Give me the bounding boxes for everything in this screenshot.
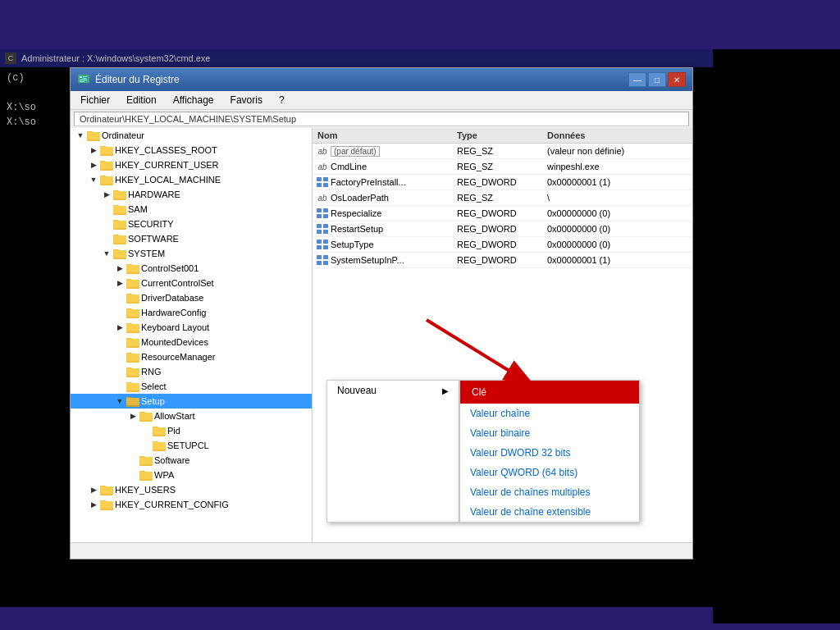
nouveau-menu-item[interactable]: Nouveau ▶ [327, 381, 459, 400]
tree-item-security[interactable]: ▶ SECURITY [71, 217, 312, 231]
tree-item-resourcemanager[interactable]: ▶ ResourceManager [71, 349, 312, 364]
tree-item-rng[interactable]: ▶ RNG [71, 364, 312, 379]
tree-item-ordinateur[interactable]: ▼ Ordinateur [71, 128, 312, 143]
svg-rect-98 [317, 245, 322, 249]
tree-item-controlset001[interactable]: ▶ ControlSet001 [71, 261, 312, 276]
tree-item-classes-root[interactable]: ▶ HKEY_CLASSES_ROOT [71, 143, 312, 158]
value-data-restartsetup: 0x00000000 (0) [542, 223, 692, 235]
expander-hkey-users: ▶ [87, 483, 100, 496]
folder-icon-wpa [139, 469, 153, 481]
tree-item-keyboard-layout[interactable]: ▶ Keyboard Layout [71, 320, 312, 335]
tree-label-hardwareconfig: HardwareConfig [141, 308, 206, 317]
folder-icon-security [113, 218, 126, 230]
value-type-osloaderpath: REG_SZ [452, 192, 542, 203]
value-row-default[interactable]: ab (par défaut) REG_SZ (valeur non défin… [313, 144, 692, 159]
expander-controlset001: ▶ [113, 262, 126, 275]
tree-label-currentcontrolset: CurrentControlSet [141, 278, 214, 288]
svg-rect-90 [317, 214, 322, 218]
svg-rect-29 [113, 235, 126, 243]
svg-rect-74 [139, 457, 153, 464]
tree-item-current-user[interactable]: ▶ HKEY_CURRENT_USER [71, 158, 312, 172]
tree-item-hardwareconfig[interactable]: ▶ HardwareConfig [71, 305, 312, 320]
tree-item-select[interactable]: ▶ Select [71, 379, 312, 394]
value-row-setuptype[interactable]: SetupType REG_DWORD 0x00000000 (0) [313, 237, 692, 253]
tree-item-currentcontrolset[interactable]: ▶ CurrentControlSet [71, 276, 312, 290]
submenu-item-valeur-chaine-extensible[interactable]: Valeur de chaîne extensible [460, 502, 639, 522]
svg-rect-83 [100, 501, 113, 509]
value-type-factorypre: REG_DWORD [452, 176, 542, 188]
tree-item-allowstart[interactable]: ▶ AllowStart [71, 409, 312, 423]
submenu-item-cle[interactable]: Clé [460, 381, 639, 404]
tree-item-software-hklm[interactable]: ▶ SOFTWARE [71, 231, 312, 246]
cmd-icon: C [5, 52, 16, 64]
svg-rect-5 [80, 81, 84, 82]
expander-hardware: ▶ [100, 188, 113, 201]
tree-item-setupcl[interactable]: ▶ SETUPCL [71, 438, 312, 453]
submenu-item-valeur-chaines-multiples[interactable]: Valeur de chaînes multiples [460, 482, 639, 502]
svg-rect-77 [139, 472, 153, 479]
folder-icon-hkey-current-config [100, 499, 113, 510]
menu-fichier[interactable]: Fichier [74, 93, 116, 107]
svg-rect-102 [317, 261, 322, 265]
svg-rect-84 [317, 177, 322, 181]
tree-item-wpa[interactable]: ▶ WPA [71, 468, 312, 482]
tree-panel: ▼ Ordinateur ▶ HKEY_CLASSES_ROOT [71, 128, 313, 542]
tree-label-hardware: HARDWARE [128, 189, 180, 199]
value-type-systemsetup: REG_DWORD [452, 254, 542, 266]
folder-icon-allowstart [139, 410, 153, 422]
tree-label-rng: RNG [141, 367, 161, 377]
svg-rect-23 [113, 206, 126, 213]
value-data-factorypre: 0x00000001 (1) [542, 176, 692, 188]
tree-item-hkey-users[interactable]: ▶ HKEY_USERS [71, 482, 312, 497]
nouveau-arrow-icon: ▶ [442, 386, 449, 395]
expander-system: ▼ [100, 247, 113, 260]
expander-classes-root: ▶ [87, 144, 100, 157]
value-row-cmdline[interactable]: ab CmdLine REG_SZ winpeshl.exe [313, 159, 692, 175]
tree-item-hkey-current-config[interactable]: ▶ HKEY_CURRENT_CONFIG [71, 497, 312, 512]
submenu-item-valeur-qword[interactable]: Valeur QWORD (64 bits) [460, 463, 639, 482]
svg-rect-35 [126, 265, 139, 272]
close-button[interactable]: ✕ [668, 72, 686, 87]
submenu-item-valeur-binaire[interactable]: Valeur binaire [460, 423, 639, 443]
value-icon-osloaderpath: ab [316, 192, 329, 203]
tree-item-local-machine[interactable]: ▼ HKEY_LOCAL_MACHINE [71, 172, 312, 187]
tree-item-software[interactable]: ▶ Software [71, 453, 312, 468]
value-row-osloaderpath[interactable]: ab OsLoaderPath REG_SZ \ [313, 190, 692, 206]
value-row-factorypre[interactable]: FactoryPreInstall... REG_DWORD 0x0000000… [313, 175, 692, 190]
svg-rect-47 [126, 324, 139, 331]
menu-favoris[interactable]: Favoris [224, 93, 269, 107]
tree-item-hardware[interactable]: ▶ HARDWARE [71, 187, 312, 202]
svg-rect-3 [83, 78, 86, 79]
value-icon-cmdline: ab [316, 161, 329, 172]
tree-label-current-user: HKEY_CURRENT_USER [115, 160, 219, 170]
value-data-cmdline: winpeshl.exe [542, 161, 692, 172]
tree-item-pid[interactable]: ▶ Pid [71, 423, 312, 438]
tree-label-select: Select [141, 381, 167, 391]
svg-rect-1 [80, 76, 82, 78]
svg-rect-11 [100, 147, 113, 154]
menu-affichage[interactable]: Affichage [167, 93, 221, 107]
tree-item-driverdatabase[interactable]: ▶ DriverDatabase [71, 290, 312, 305]
svg-rect-68 [153, 427, 166, 435]
svg-rect-17 [100, 176, 113, 184]
maximize-button[interactable]: □ [648, 72, 666, 87]
value-row-respecialize[interactable]: Respecialize REG_DWORD 0x00000000 (0) [313, 206, 692, 221]
value-type-respecialize: REG_DWORD [452, 208, 542, 219]
svg-rect-96 [317, 240, 322, 244]
tree-item-setup[interactable]: ▼ Setup [71, 394, 312, 409]
tree-item-mounteddevices[interactable]: ▶ MountedDevices [71, 335, 312, 349]
value-row-systemsetup[interactable]: SystemSetupInP... REG_DWORD 0x00000001 (… [313, 253, 692, 268]
menu-help[interactable]: ? [272, 93, 291, 107]
default-badge: (par défaut) [331, 146, 380, 157]
value-row-restartsetup[interactable]: RestartSetup REG_DWORD 0x00000000 (0) [313, 221, 692, 237]
svg-rect-95 [323, 230, 328, 234]
svg-rect-87 [323, 183, 328, 187]
svg-rect-99 [323, 245, 328, 249]
submenu-item-valeur-dword[interactable]: Valeur DWORD 32 bits [460, 443, 639, 463]
tree-item-sam[interactable]: ▶ SAM [71, 202, 312, 217]
menu-edition[interactable]: Edition [120, 93, 163, 107]
minimize-button[interactable]: — [628, 72, 646, 87]
tree-label-setup: Setup [141, 396, 165, 406]
tree-item-system[interactable]: ▼ SYSTEM [71, 246, 312, 261]
submenu-item-valeur-chaine[interactable]: Valeur chaîne [460, 404, 639, 423]
